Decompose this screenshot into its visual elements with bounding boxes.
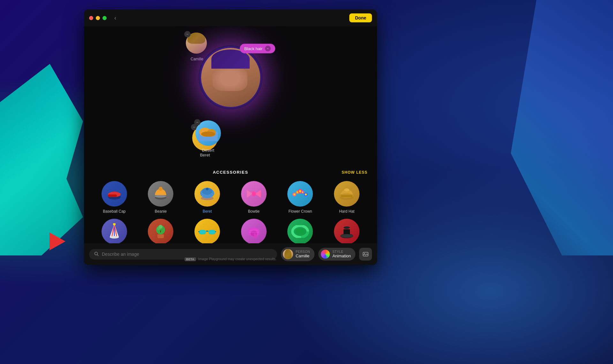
beanie-label: Beanie xyxy=(155,209,167,214)
beta-notice: BETA Image Playground may create unexpec… xyxy=(185,257,276,261)
baseball-cap-label: Baseball Cap xyxy=(103,209,125,214)
svg-point-12 xyxy=(159,187,163,191)
hard-hat-icon xyxy=(334,181,359,207)
svg-point-35 xyxy=(110,236,119,239)
title-bar: ‹ Done xyxy=(84,10,377,26)
beta-text: Image Playground may create unexpected r… xyxy=(198,257,276,261)
style-name: Animation xyxy=(332,254,351,258)
main-window: ‹ Done − Camille Black hair xyxy=(84,10,377,265)
svg-point-61 xyxy=(344,226,350,229)
red-arrow-pointer xyxy=(49,232,65,250)
back-button[interactable]: ‹ xyxy=(112,13,119,23)
bowtie-icon xyxy=(241,181,267,207)
accessory-flower-crown[interactable]: Flower Crown xyxy=(287,181,313,214)
person-pill[interactable]: PERSON Camille xyxy=(281,247,314,261)
bowtie-label: Bowtie xyxy=(248,209,260,214)
scarf-icon xyxy=(241,219,267,244)
desert-remove-button[interactable]: − xyxy=(194,119,201,125)
svg-point-23 xyxy=(299,190,301,193)
svg-rect-48 xyxy=(206,231,208,232)
sweatband-icon xyxy=(287,219,313,244)
traffic-lights xyxy=(89,16,107,20)
style-label: STYLE xyxy=(332,250,351,254)
accessory-beanie[interactable]: Beanie xyxy=(148,181,173,214)
person-info: PERSON Camille xyxy=(296,250,310,258)
svg-rect-30 xyxy=(341,195,352,197)
black-hair-tag[interactable]: Black hair − xyxy=(240,44,275,53)
svg-point-19 xyxy=(293,193,295,195)
minimize-button[interactable] xyxy=(96,16,100,20)
svg-point-36 xyxy=(113,223,116,225)
accessories-grid: Baseball Cap Beanie xyxy=(94,181,367,251)
svg-point-16 xyxy=(206,188,208,190)
main-avatar xyxy=(201,48,260,107)
svg-line-64 xyxy=(97,254,99,256)
flower-crown-label: Flower Crown xyxy=(288,209,312,214)
show-less-button[interactable]: SHOW LESS xyxy=(342,170,367,175)
desert-selected-item[interactable]: − Desert xyxy=(195,120,221,153)
svg-point-25 xyxy=(302,192,304,193)
black-hair-remove-button[interactable]: − xyxy=(265,46,271,51)
accessories-title: ACCESSORIES xyxy=(185,170,276,175)
main-content: − Camille Black hair − − xyxy=(84,26,377,265)
beret-acc-icon xyxy=(194,181,220,207)
svg-rect-52 xyxy=(209,230,215,234)
svg-point-7 xyxy=(201,132,215,137)
accessory-hard-hat[interactable]: Hard Hat xyxy=(334,181,359,214)
accessory-baseball-cap[interactable]: Baseball Cap xyxy=(102,181,127,214)
person-avatar-small xyxy=(283,249,293,259)
accessory-beret[interactable]: Beret xyxy=(194,181,220,214)
beanie-icon xyxy=(148,181,173,207)
top-hat-icon xyxy=(334,219,359,244)
hard-hat-label: Hard Hat xyxy=(339,209,354,214)
style-info: STYLE Animation xyxy=(332,250,351,258)
photo-library-button[interactable] xyxy=(359,248,372,261)
flower-crown-icon xyxy=(287,181,313,207)
svg-point-27 xyxy=(305,193,307,195)
svg-point-66 xyxy=(364,253,365,254)
beret-acc-label: Beret xyxy=(203,209,212,214)
svg-point-62 xyxy=(340,234,353,238)
describe-image-input[interactable] xyxy=(102,252,272,257)
baseball-cap-icon xyxy=(102,181,127,207)
style-icon xyxy=(321,250,330,259)
black-hair-label: Black hair xyxy=(244,46,262,51)
camille-remove-button[interactable]: − xyxy=(184,31,191,37)
desert-label: Desert xyxy=(202,148,214,153)
style-pill[interactable]: STYLE Animation xyxy=(318,248,355,261)
maximize-button[interactable] xyxy=(102,16,107,20)
accessories-header: ACCESSORIES SHOW LESS xyxy=(94,170,367,175)
beta-badge: BETA xyxy=(185,257,196,261)
svg-point-45 xyxy=(159,225,163,229)
sunglasses-icon xyxy=(194,219,220,244)
svg-point-57 xyxy=(295,228,305,235)
svg-point-31 xyxy=(344,188,349,192)
done-button[interactable]: Done xyxy=(349,13,372,22)
svg-rect-10 xyxy=(108,194,117,197)
close-button[interactable] xyxy=(89,16,93,20)
search-icon xyxy=(94,252,99,257)
person-name: Camille xyxy=(296,254,310,258)
svg-rect-51 xyxy=(199,230,206,234)
bottom-bar: PERSON Camille STYLE Animation xyxy=(84,243,377,265)
avatar-section: − Camille Black hair − − xyxy=(84,26,377,163)
beret-label: Beret xyxy=(200,153,210,157)
person-label: PERSON xyxy=(296,250,310,254)
main-avatar-glow xyxy=(199,45,262,109)
party-hat-icon xyxy=(102,219,127,244)
accessory-bowtie[interactable]: Bowtie xyxy=(241,181,267,214)
potted-plant-icon xyxy=(148,219,173,244)
